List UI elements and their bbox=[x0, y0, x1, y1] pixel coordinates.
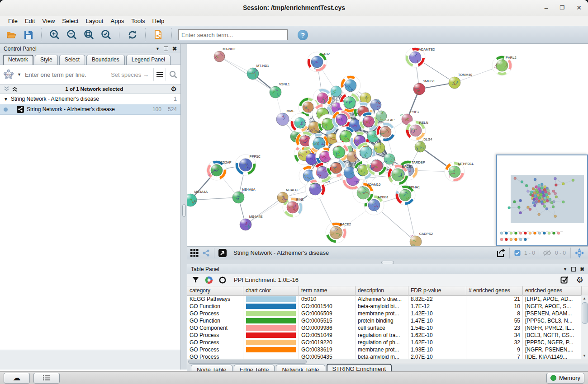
table-row[interactable]: GO FunctionGO:0005515protein binding1.47… bbox=[187, 317, 581, 324]
tree-expand-icon[interactable]: ▼ bbox=[4, 97, 8, 102]
network-node[interactable] bbox=[327, 159, 346, 178]
network-node[interactable] bbox=[332, 110, 351, 129]
column-header[interactable]: category bbox=[187, 286, 243, 295]
network-nodes[interactable]: MT-ND2MT-ND1VSNL1GAB2ADAMTS2SMUG1TOMM40P… bbox=[187, 47, 517, 246]
network-node[interactable]: MS4A4A bbox=[187, 190, 208, 206]
panel-close-icon[interactable]: ✖ bbox=[172, 46, 177, 52]
network-node[interactable] bbox=[359, 112, 378, 131]
zoom-out-button[interactable] bbox=[65, 28, 79, 42]
zoom-fit-button[interactable] bbox=[82, 28, 96, 42]
network-node[interactable]: APBB1 bbox=[364, 195, 389, 215]
birdseye-view[interactable] bbox=[496, 155, 588, 246]
panel-float-icon[interactable] bbox=[164, 47, 168, 51]
menu-layout[interactable]: Layout bbox=[82, 17, 107, 25]
minimize-button[interactable]: – bbox=[545, 4, 548, 12]
detach-view-icon[interactable] bbox=[218, 248, 227, 258]
memory-button[interactable]: Memory bbox=[546, 373, 584, 384]
table-row[interactable]: GO ProcessGO:0050435beta-amyloid m...2.0… bbox=[187, 353, 581, 359]
table-row[interactable]: GO ComponentGO:0009986cell surface1.54E-… bbox=[187, 324, 581, 332]
menu-view[interactable]: View bbox=[38, 17, 58, 25]
refresh-button[interactable] bbox=[126, 28, 139, 42]
task-history-button[interactable] bbox=[33, 373, 60, 384]
network-node[interactable]: BACE2 bbox=[326, 222, 351, 243]
network-node[interactable] bbox=[360, 93, 371, 103]
network-node[interactable]: APH1A bbox=[305, 179, 330, 199]
select-rows-icon[interactable] bbox=[560, 276, 569, 284]
network-node[interactable]: MS4A4E bbox=[240, 215, 263, 230]
maximize-button[interactable]: ❐ bbox=[560, 4, 565, 12]
column-header[interactable]: description bbox=[356, 286, 408, 295]
tab-style[interactable]: Style bbox=[35, 55, 58, 65]
table-panel-close-icon[interactable]: ✖ bbox=[580, 266, 584, 272]
column-header[interactable]: FDR p-value bbox=[408, 286, 466, 295]
network-node[interactable] bbox=[376, 109, 387, 122]
table-horizontal-scrollbar[interactable] bbox=[187, 359, 588, 364]
string-term-input[interactable] bbox=[24, 71, 108, 79]
column-header[interactable]: # enriched genes bbox=[466, 286, 523, 295]
network-node[interactable]: VSNL1 bbox=[270, 82, 290, 98]
string-dropdown-caret-icon[interactable]: ▼ bbox=[17, 72, 21, 77]
network-node[interactable]: CD2AP bbox=[207, 160, 232, 180]
scrollbar-thumb[interactable] bbox=[582, 302, 588, 324]
scroll-down-icon[interactable]: ▼ bbox=[581, 353, 588, 359]
string-search-icon[interactable] bbox=[169, 70, 178, 79]
network-row[interactable]: String Network - Alzheimer's disease 100… bbox=[0, 104, 180, 115]
menu-file[interactable]: File bbox=[5, 17, 21, 25]
import-network-button[interactable] bbox=[152, 28, 166, 42]
table-row[interactable]: GO ProcessGO:0051049regulation of tra...… bbox=[187, 332, 581, 339]
table-vertical-scrollbar[interactable]: ▲ ▼ bbox=[581, 295, 588, 359]
table-row[interactable]: GO ProcessGO:0019220regulation of ph...1… bbox=[187, 339, 581, 346]
network-node[interactable] bbox=[370, 99, 381, 110]
zoom-in-button[interactable] bbox=[48, 28, 62, 42]
network-node[interactable] bbox=[376, 122, 395, 141]
expand-all-icon[interactable] bbox=[12, 86, 18, 92]
string-options-icon[interactable] bbox=[156, 71, 163, 78]
menu-apps[interactable]: Apps bbox=[107, 17, 128, 25]
hidden-eye-icon[interactable] bbox=[543, 250, 551, 256]
tab-boundaries[interactable]: Boundaries bbox=[86, 55, 125, 65]
zoom-selected-button[interactable] bbox=[100, 28, 113, 42]
help-button[interactable]: ? bbox=[298, 30, 308, 40]
menu-edit[interactable]: Edit bbox=[21, 17, 38, 25]
column-header[interactable]: term name bbox=[299, 286, 356, 295]
column-header[interactable]: chart color bbox=[243, 286, 299, 295]
table-panel-menu-icon[interactable]: ▼ bbox=[563, 267, 567, 272]
set-species-hint[interactable]: Set species → bbox=[111, 71, 149, 78]
collapse-all-icon[interactable] bbox=[4, 86, 9, 92]
navigator-compass-icon[interactable] bbox=[574, 248, 584, 258]
column-header[interactable]: enriched genes bbox=[523, 286, 582, 295]
tab-legend-panel[interactable]: Legend Panel bbox=[126, 55, 171, 65]
network-options-gear-icon[interactable]: ⚙ bbox=[171, 85, 177, 93]
network-node[interactable] bbox=[341, 75, 360, 95]
table-row[interactable]: GO FunctionGO:0001540beta-amyloid bi...1… bbox=[187, 303, 581, 310]
network-node[interactable]: GAB2 bbox=[307, 52, 330, 72]
share-view-icon[interactable] bbox=[202, 249, 210, 257]
table-row[interactable]: KEGG Pathways05010Alzheimer's dise...8.8… bbox=[187, 295, 581, 303]
donut-chart-icon[interactable] bbox=[205, 276, 213, 284]
ring-chart-icon[interactable] bbox=[218, 276, 227, 284]
menu-tools[interactable]: Tools bbox=[128, 17, 148, 25]
network-node[interactable]: PPP5C bbox=[235, 155, 261, 175]
panel-menu-icon[interactable]: ▼ bbox=[156, 47, 160, 51]
string-logo-icon[interactable]: STRING bbox=[3, 69, 14, 80]
network-node[interactable] bbox=[290, 113, 309, 132]
network-node[interactable]: ADAMTS2 bbox=[405, 47, 435, 67]
open-session-button[interactable] bbox=[5, 28, 18, 42]
network-node[interactable]: MS4A6A bbox=[232, 187, 256, 203]
filter-icon[interactable] bbox=[192, 276, 199, 284]
cloud-tasks-button[interactable]: ☁ bbox=[4, 373, 30, 384]
close-button[interactable]: ✕ bbox=[576, 4, 582, 12]
table-row[interactable]: GO ProcessGO:0006509membrane prot...1.42… bbox=[187, 310, 581, 317]
network-collection-row[interactable]: ▼ String Network - Alzheimer's disease 1 bbox=[0, 94, 180, 104]
network-node[interactable]: MTHFD1L bbox=[445, 162, 474, 182]
network-node[interactable]: CADPS2 bbox=[410, 232, 433, 246]
export-network-icon[interactable] bbox=[496, 248, 506, 258]
menu-select[interactable]: Select bbox=[58, 17, 82, 25]
table-settings-gear-icon[interactable]: ⚙ bbox=[576, 275, 583, 285]
save-session-button[interactable] bbox=[22, 28, 35, 42]
table-row[interactable]: GO ProcessGO:0033619membrane prot...1.93… bbox=[187, 346, 581, 353]
table-panel-float-icon[interactable] bbox=[571, 267, 576, 272]
selected-checkbox-icon[interactable] bbox=[514, 250, 521, 256]
network-canvas[interactable]: MT-ND2MT-ND1VSNL1GAB2ADAMTS2SMUG1TOMM40P… bbox=[187, 44, 588, 246]
grid-view-icon[interactable] bbox=[190, 249, 199, 257]
